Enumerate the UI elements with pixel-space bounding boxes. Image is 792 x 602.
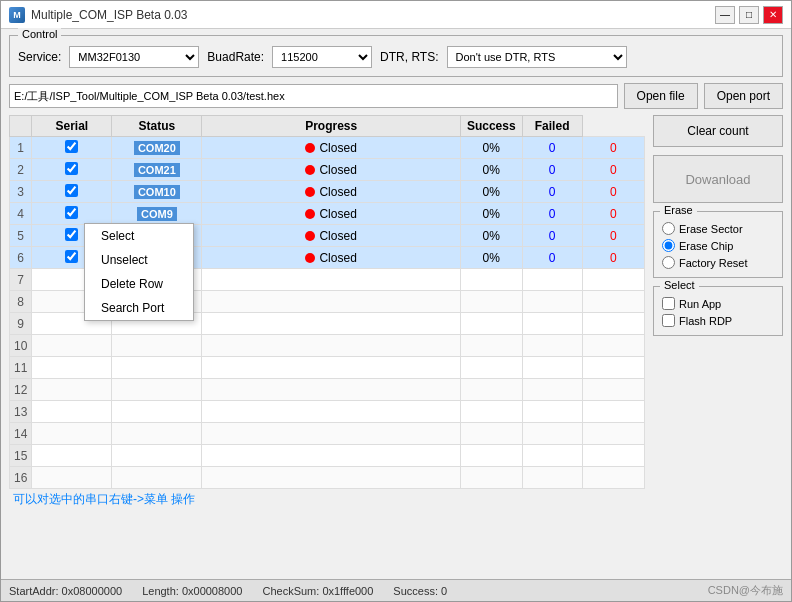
serial-cell xyxy=(112,335,202,357)
row-number: 10 xyxy=(10,335,32,357)
row-checkbox[interactable] xyxy=(65,184,78,197)
table-row[interactable]: 12 xyxy=(10,379,645,401)
run-app-checkbox[interactable] xyxy=(662,297,675,310)
status-indicator xyxy=(305,209,315,219)
success-cell xyxy=(522,313,582,335)
hint-text: 可以对选中的串口右键->菜单 操作 xyxy=(9,489,645,510)
col-num xyxy=(10,116,32,137)
row-number: 15 xyxy=(10,445,32,467)
status-cell: Closed xyxy=(202,181,461,203)
failed-cell: 0 xyxy=(582,203,644,225)
table-row[interactable]: 2COM21Closed0%00 xyxy=(10,159,645,181)
factory-reset-label: Factory Reset xyxy=(679,257,747,269)
close-button[interactable]: ✕ xyxy=(763,6,783,24)
failed-cell: 0 xyxy=(582,225,644,247)
serial-cell: COM21 xyxy=(112,159,202,181)
minimize-button[interactable]: — xyxy=(715,6,735,24)
service-select[interactable]: MM32F0130 xyxy=(69,46,199,68)
table-row[interactable]: 1COM20Closed0%00 xyxy=(10,137,645,159)
status-text: Closed xyxy=(319,141,356,155)
row-checkbox-cell xyxy=(32,379,112,401)
row-checkbox[interactable] xyxy=(65,228,78,241)
col-status: Status xyxy=(112,116,202,137)
clear-count-button[interactable]: Clear count xyxy=(653,115,783,147)
dtr-select[interactable]: Don't use DTR, RTS xyxy=(447,46,627,68)
row-checkbox[interactable] xyxy=(65,250,78,263)
context-menu-unselect[interactable]: Unselect xyxy=(85,248,193,272)
row-checkbox[interactable] xyxy=(65,162,78,175)
status-indicator xyxy=(305,165,315,175)
com-badge: COM9 xyxy=(137,207,177,221)
success-cell xyxy=(522,269,582,291)
col-serial: Serial xyxy=(32,116,112,137)
status-cell: Closed xyxy=(202,137,461,159)
progress-cell: 0% xyxy=(460,159,522,181)
row-number: 9 xyxy=(10,313,32,335)
run-app-label: Run App xyxy=(679,298,721,310)
failed-cell xyxy=(582,445,644,467)
progress-cell xyxy=(460,467,522,489)
flash-rdp-checkbox[interactable] xyxy=(662,314,675,327)
failed-cell xyxy=(582,467,644,489)
status-cell xyxy=(202,423,461,445)
table-row[interactable]: 16 xyxy=(10,467,645,489)
erase-sector-label: Erase Sector xyxy=(679,223,743,235)
row-checkbox-cell xyxy=(32,467,112,489)
table-row[interactable]: 14 xyxy=(10,423,645,445)
progress-cell: 0% xyxy=(460,247,522,269)
main-content: Control Service: MM32F0130 BuadRate: 115… xyxy=(1,29,791,579)
progress-cell xyxy=(460,357,522,379)
row-checkbox-cell xyxy=(32,137,112,159)
failed-cell xyxy=(582,401,644,423)
progress-cell xyxy=(460,401,522,423)
row-number: 3 xyxy=(10,181,32,203)
flash-rdp-label: Flash RDP xyxy=(679,315,732,327)
status-indicator xyxy=(305,253,315,263)
success-cell xyxy=(522,445,582,467)
row-number: 1 xyxy=(10,137,32,159)
download-button[interactable]: Dowanload xyxy=(653,155,783,203)
baudrate-select[interactable]: 115200 xyxy=(272,46,372,68)
status-text: Closed xyxy=(319,251,356,265)
start-addr-status: StartAddr: 0x08000000 xyxy=(9,585,122,597)
table-row[interactable]: 10 xyxy=(10,335,645,357)
body-area: Serial Status Progress Success Failed 1C… xyxy=(9,115,783,573)
maximize-button[interactable]: □ xyxy=(739,6,759,24)
progress-cell: 0% xyxy=(460,203,522,225)
row-number: 13 xyxy=(10,401,32,423)
context-menu: Select Unselect Delete Row Search Port xyxy=(84,223,194,321)
control-legend: Control xyxy=(18,28,61,40)
table-row[interactable]: 3COM10Closed0%00 xyxy=(10,181,645,203)
failed-cell xyxy=(582,313,644,335)
window-title: Multiple_COM_ISP Beta 0.03 xyxy=(31,8,715,22)
open-file-button[interactable]: Open file xyxy=(624,83,698,109)
table-row[interactable]: 11 xyxy=(10,357,645,379)
progress-cell xyxy=(460,379,522,401)
erase-chip-radio[interactable] xyxy=(662,239,675,252)
table-row[interactable]: 15 xyxy=(10,445,645,467)
control-group: Control Service: MM32F0130 BuadRate: 115… xyxy=(9,35,783,77)
row-number: 4 xyxy=(10,203,32,225)
open-port-button[interactable]: Open port xyxy=(704,83,783,109)
context-menu-select[interactable]: Select xyxy=(85,224,193,248)
success-cell xyxy=(522,467,582,489)
table-row[interactable]: 4COM9Closed0%00 xyxy=(10,203,645,225)
factory-reset-radio[interactable] xyxy=(662,256,675,269)
row-checkbox[interactable] xyxy=(65,140,78,153)
service-label: Service: xyxy=(18,50,61,64)
select-legend: Select xyxy=(660,279,699,291)
com-badge: COM20 xyxy=(134,141,180,155)
file-path-input[interactable] xyxy=(9,84,618,108)
progress-cell: 0% xyxy=(460,181,522,203)
serial-cell: COM10 xyxy=(112,181,202,203)
length-status: Length: 0x00008000 xyxy=(142,585,242,597)
main-window: M Multiple_COM_ISP Beta 0.03 — □ ✕ Contr… xyxy=(0,0,792,602)
erase-sector-radio[interactable] xyxy=(662,222,675,235)
context-menu-search-port[interactable]: Search Port xyxy=(85,296,193,320)
row-checkbox[interactable] xyxy=(65,206,78,219)
status-cell xyxy=(202,445,461,467)
status-cell: Closed xyxy=(202,247,461,269)
context-menu-delete-row[interactable]: Delete Row xyxy=(85,272,193,296)
table-row[interactable]: 13 xyxy=(10,401,645,423)
failed-cell: 0 xyxy=(582,181,644,203)
